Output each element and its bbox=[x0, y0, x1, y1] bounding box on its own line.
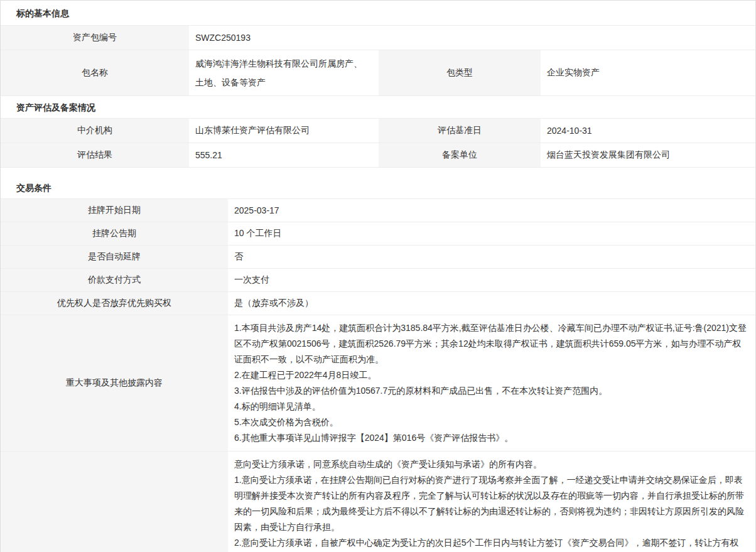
table-row: 优先权人是否放弃优先购买权 是（放弃或不涉及） bbox=[1, 292, 755, 315]
label-preemptive-rights-waiver: 优先权人是否放弃优先购买权 bbox=[1, 292, 228, 315]
section-title: 标的基本信息 bbox=[1, 1, 755, 26]
value-package-name: 威海鸿沣海洋生物科技有限公司所属房产、土地、设备等资产 bbox=[189, 50, 379, 95]
label-filing-unit: 备案单位 bbox=[379, 143, 541, 167]
disclosure-paragraph: 6.其他重大事项详见山博评报字【2024】第016号《资产评估报告书》。 bbox=[234, 430, 747, 446]
value-filing-unit: 烟台蓝天投资发展集团有限公司 bbox=[541, 143, 755, 167]
commitment-paragraph: 意向受让方须承诺，同意系统自动生成的《资产受让须知与承诺》的所有内容。 bbox=[234, 457, 747, 472]
value-major-matters-disclosure: 1.本项目共涉及房产14处，建筑面积合计为3185.84平方米,截至评估基准日办… bbox=[228, 315, 755, 451]
value-preemptive-rights-waiver: 是（放弃或不涉及） bbox=[228, 292, 755, 315]
disclosure-paragraph: 1.本项目共涉及房产14处，建筑面积合计为3185.84平方米,截至评估基准日办… bbox=[234, 320, 747, 367]
table-row: 中介机构 山东博莱仕资产评估有限公司 评估基准日 2024-10-31 bbox=[1, 119, 755, 143]
label-asset-package-number: 资产包编号 bbox=[1, 26, 189, 50]
value-package-type: 企业实物资产 bbox=[541, 50, 755, 95]
value-auto-extension: 否 bbox=[228, 246, 755, 268]
commitment-paragraph: 1.意向受让方须承诺，在挂牌公告期间已自行对标的资产进行了现场考察并全面了解，一… bbox=[234, 472, 747, 535]
table-row: 是否自动延牌 否 bbox=[1, 246, 755, 269]
label-package-type: 包类型 bbox=[379, 50, 541, 95]
label-intermediary-agency: 中介机构 bbox=[1, 119, 189, 143]
label-package-name: 包名称 bbox=[1, 50, 189, 95]
table-row: 挂牌开始日期 2025-03-17 bbox=[1, 199, 755, 222]
value-intermediary-agency: 山东博莱仕资产评估有限公司 bbox=[189, 119, 379, 143]
disclosure-paragraph: 4.标的明细详见清单。 bbox=[234, 399, 747, 414]
value-asset-package-number: SWZC250193 bbox=[189, 26, 755, 50]
value-listing-start-date: 2025-03-17 bbox=[228, 199, 755, 222]
section-title: 交易条件 bbox=[1, 176, 755, 199]
disclosure-paragraph: 2.在建工程已于2022年4月8日竣工。 bbox=[234, 367, 747, 383]
value-payment-method: 一次支付 bbox=[228, 269, 755, 291]
label-valuation-base-date: 评估基准日 bbox=[379, 119, 541, 143]
commitment-paragraph: 2.意向受让方须承诺，自被产权中心确定为受让方的次日起5个工作日内与转让方签订《… bbox=[234, 535, 747, 552]
table-row: 包名称 威海鸿沣海洋生物科技有限公司所属房产、土地、设备等资产 包类型 企业实物… bbox=[1, 50, 755, 96]
table-row: 挂牌公告期 10 个工作日 bbox=[1, 222, 755, 246]
label-valuation-result: 评估结果 bbox=[1, 143, 189, 167]
label-major-matters-disclosure: 重大事项及其他披露内容 bbox=[1, 315, 228, 451]
value-valuation-base-date: 2024-10-31 bbox=[541, 119, 755, 143]
label-listing-announcement-period: 挂牌公告期 bbox=[1, 222, 228, 245]
table-row: 重大事项及其他披露内容 1.本项目共涉及房产14处，建筑面积合计为3185.84… bbox=[1, 315, 755, 452]
table-row: 价款支付方式 一次支付 bbox=[1, 269, 755, 292]
section-transaction-terms: 交易条件 挂牌开始日期 2025-03-17 挂牌公告期 10 个工作日 是否自… bbox=[1, 176, 755, 552]
disclosure-paragraph: 3.评估报告中涉及的评估价值为10567.7元的原材料和产成品已出售，不在本次转… bbox=[234, 383, 747, 399]
table-row: 资产包编号 SWZC250193 bbox=[1, 26, 755, 50]
label-listing-start-date: 挂牌开始日期 bbox=[1, 199, 228, 222]
value-transferee-commitments: 意向受让方须承诺，同意系统自动生成的《资产受让须知与承诺》的所有内容。 1.意向… bbox=[228, 452, 755, 552]
value-valuation-result: 555.21 bbox=[189, 143, 379, 167]
asset-detail-table: 标的基本信息 资产包编号 SWZC250193 包名称 威海鸿沣海洋生物科技有限… bbox=[0, 0, 756, 552]
section-basic-info: 标的基本信息 资产包编号 SWZC250193 包名称 威海鸿沣海洋生物科技有限… bbox=[1, 1, 755, 96]
table-row: 评估结果 555.21 备案单位 烟台蓝天投资发展集团有限公司 bbox=[1, 143, 755, 168]
section-valuation-filing: 资产评估及备案情况 中介机构 山东博莱仕资产评估有限公司 评估基准日 2024-… bbox=[1, 96, 755, 168]
label-transferee-commitments bbox=[1, 452, 228, 552]
table-row: 意向受让方须承诺，同意系统自动生成的《资产受让须知与承诺》的所有内容。 1.意向… bbox=[1, 452, 755, 552]
label-auto-extension: 是否自动延牌 bbox=[1, 246, 228, 268]
disclosure-paragraph: 5.本次成交价格为含税价。 bbox=[234, 414, 747, 430]
value-listing-announcement-period: 10 个工作日 bbox=[228, 222, 755, 245]
section-title: 资产评估及备案情况 bbox=[1, 96, 755, 119]
label-payment-method: 价款支付方式 bbox=[1, 269, 228, 291]
